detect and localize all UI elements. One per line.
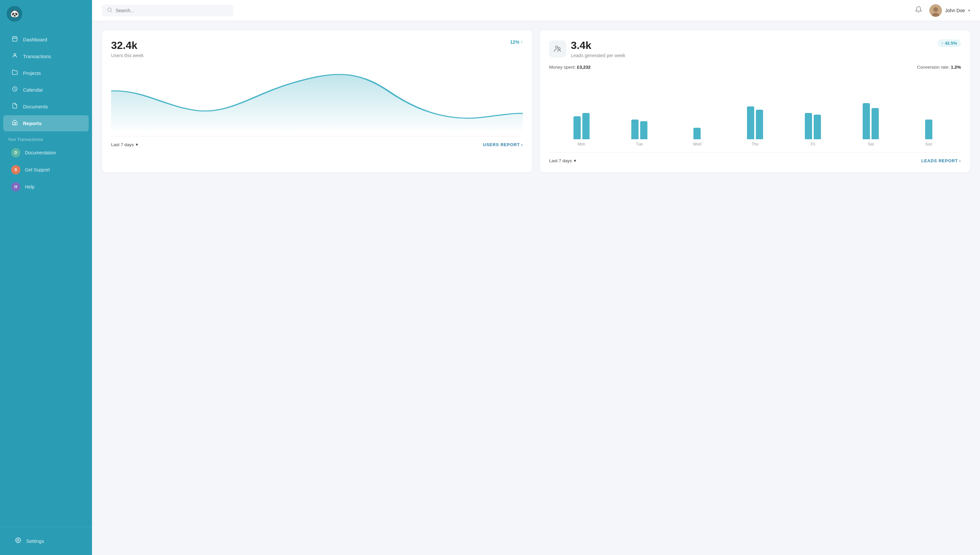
users-card-footer: Last 7 days ▾ USERS REPORT ›: [111, 136, 523, 147]
sidebar-item-label: Documents: [23, 104, 48, 109]
bar: [747, 106, 754, 139]
sidebar-item-label: Transactions: [23, 53, 51, 59]
search-icon: [107, 7, 113, 14]
get-support-label: Get Support: [25, 167, 50, 172]
avatar: [929, 4, 942, 17]
bar-label-mon: Mon: [578, 142, 585, 146]
bar-label-tue: Tue: [636, 142, 642, 146]
svg-point-4: [14, 53, 16, 56]
help-avatar: H: [11, 182, 20, 191]
notifications-button[interactable]: [913, 4, 924, 17]
bar: [583, 113, 590, 139]
transactions-section-label: Your Transactionss: [0, 132, 92, 144]
bar-label-sun: Sun: [925, 142, 932, 146]
leads-report-link[interactable]: LEADS REPORT ›: [921, 158, 961, 163]
svg-point-10: [933, 7, 938, 12]
documentation-label: Documentation: [25, 150, 56, 156]
sidebar-item-transactions[interactable]: Transactions: [3, 48, 89, 64]
users-percent-badge: 12% ↑: [510, 39, 523, 45]
leads-period-select[interactable]: Last 7 days ▾: [549, 158, 576, 163]
users-metric: 32.4k: [111, 39, 143, 51]
calendar-icon: [11, 86, 18, 94]
header: John Doe ▾: [92, 0, 980, 21]
chevron-down-icon: ▾: [574, 158, 576, 163]
cards-row: 32.4k Users this week 12% ↑: [102, 30, 970, 172]
svg-point-13: [558, 47, 560, 50]
chevron-down-icon: ▾: [136, 142, 138, 147]
bar: [863, 103, 870, 139]
sidebar-item-reports[interactable]: Reports: [3, 115, 89, 132]
bar: [756, 110, 763, 139]
sidebar-item-get-support[interactable]: S Get Support: [3, 162, 89, 178]
leads-bar-chart: Mon Tue Wed: [549, 74, 961, 146]
leads-card: 3.4k Leads generated per week ↑ 42.5% Mo…: [540, 30, 970, 172]
users-period-select[interactable]: Last 7 days ▾: [111, 142, 138, 147]
svg-point-12: [556, 46, 558, 48]
users-line-chart: [111, 65, 523, 130]
bar-group-wed: Wed: [668, 128, 726, 146]
sidebar-item-documentation[interactable]: D Documentation: [3, 144, 89, 161]
chevron-down-icon: ▾: [968, 8, 970, 13]
settings-icon: [14, 537, 22, 545]
bar-group-sun: Sun: [900, 120, 957, 146]
header-right: John Doe ▾: [913, 4, 970, 17]
sidebar-item-settings[interactable]: Settings: [6, 533, 85, 549]
sidebar-item-label: Dashboard: [23, 37, 47, 42]
leads-label: Leads generated per week: [571, 53, 625, 58]
sidebar-item-label: Reports: [23, 120, 42, 126]
bar-group-fri: Fri: [784, 113, 842, 146]
sidebar-bottom: Settings: [0, 527, 92, 555]
sidebar-item-documents[interactable]: Documents: [3, 98, 89, 115]
leads-meta: Money spent: £3,232 Conversion rate: 1.2…: [549, 65, 961, 70]
bar: [573, 116, 581, 139]
svg-line-8: [111, 11, 112, 12]
bar-group-tue: Tue: [610, 120, 668, 146]
line-chart-svg: [111, 65, 523, 130]
bar: [631, 120, 639, 139]
documentation-avatar: D: [11, 148, 20, 157]
sidebar-item-label: Calendar: [23, 87, 43, 93]
documents-icon: [11, 103, 18, 110]
sidebar-item-dashboard[interactable]: Dashboard: [3, 32, 89, 48]
sidebar-item-help[interactable]: H Help: [3, 179, 89, 195]
bar-label-fri: Fri: [811, 142, 815, 146]
reports-icon: [11, 120, 18, 127]
bar: [872, 108, 879, 139]
leads-header-left: 3.4k Leads generated per week: [549, 39, 625, 58]
user-profile[interactable]: John Doe ▾: [929, 4, 970, 17]
sidebar-item-calendar[interactable]: Calendar: [3, 82, 89, 98]
leads-card-header: 3.4k Leads generated per week ↑ 42.5%: [549, 39, 961, 58]
bar: [640, 121, 647, 139]
sidebar-item-label: Projects: [23, 70, 41, 76]
leads-icon: [549, 40, 566, 58]
chevron-right-icon: ›: [521, 142, 523, 147]
get-support-avatar: S: [11, 165, 20, 174]
bar-label-thu: Thu: [751, 142, 758, 146]
chevron-right-icon: ›: [959, 158, 961, 163]
content-area: 32.4k Users this week 12% ↑: [92, 21, 980, 555]
svg-point-6: [18, 540, 19, 541]
bar-label-sat: Sat: [868, 142, 874, 146]
svg-point-7: [108, 8, 111, 11]
bar-group-mon: Mon: [552, 113, 610, 146]
bar: [694, 128, 701, 139]
logo-icon: 🐼: [6, 6, 23, 22]
leads-metric: 3.4k: [571, 39, 625, 51]
sidebar-logo: 🐼: [0, 0, 92, 27]
users-report-link[interactable]: USERS REPORT ›: [483, 142, 523, 147]
bar-group-sat: Sat: [842, 103, 900, 146]
bar: [814, 115, 821, 139]
bar: [805, 113, 812, 139]
sidebar: 🐼 Dashboard Transactions Projects: [0, 0, 92, 555]
settings-label: Settings: [26, 538, 44, 544]
sidebar-item-projects[interactable]: Projects: [3, 65, 89, 81]
arrow-up-icon: ↑: [941, 41, 944, 46]
bar-group-thu: Thu: [726, 106, 784, 146]
search-box[interactable]: [102, 5, 233, 16]
search-input[interactable]: [116, 8, 228, 13]
leads-badge: ↑ 42.5%: [938, 39, 961, 47]
users-label: Users this week: [111, 53, 143, 58]
main-content: John Doe ▾ 32.4k Users this week 12% ↑: [92, 0, 980, 555]
money-spent: Money spent: £3,232: [549, 65, 591, 70]
users-card: 32.4k Users this week 12% ↑: [102, 30, 532, 172]
